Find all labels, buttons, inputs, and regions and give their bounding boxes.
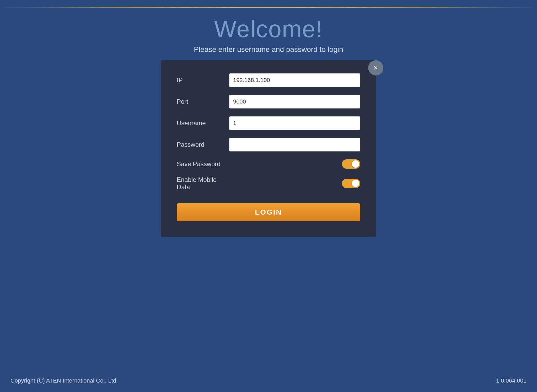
welcome-subtitle: Please enter username and password to lo… — [0, 45, 537, 54]
save-password-slider — [342, 159, 360, 169]
login-button[interactable]: LOGIN — [177, 203, 360, 221]
footer-copyright: Copyright (C) ATEN International Co., Lt… — [10, 377, 118, 384]
enable-mobile-data-row: Enable Mobile Data — [177, 176, 360, 191]
login-form-container: IP Port Username Password Save Password … — [161, 60, 376, 237]
close-button[interactable]: × — [368, 60, 383, 75]
password-row: Password — [177, 138, 360, 151]
save-password-label: Save Password — [177, 160, 229, 168]
welcome-title: Welcome! — [0, 16, 537, 43]
password-label: Password — [177, 141, 229, 148]
port-row: Port — [177, 95, 360, 108]
username-row: Username — [177, 116, 360, 130]
ip-input[interactable] — [229, 73, 360, 87]
username-label: Username — [177, 119, 229, 127]
enable-mobile-data-slider — [342, 179, 360, 188]
save-password-row: Save Password — [177, 159, 360, 169]
ip-label: IP — [177, 77, 229, 84]
enable-mobile-data-label: Enable Mobile Data — [177, 176, 229, 191]
footer-version: 1.0.064.001 — [496, 377, 527, 384]
password-input[interactable] — [229, 138, 360, 151]
save-password-spacer — [229, 159, 360, 169]
username-input[interactable] — [229, 116, 360, 130]
port-input[interactable] — [229, 95, 360, 108]
port-label: Port — [177, 98, 229, 105]
enable-mobile-data-spacer — [229, 179, 360, 188]
top-decorative-line — [0, 7, 537, 8]
enable-mobile-data-toggle[interactable] — [342, 179, 360, 188]
welcome-section: Welcome! Please enter username and passw… — [0, 16, 537, 54]
ip-row: IP — [177, 73, 360, 87]
save-password-toggle[interactable] — [342, 159, 360, 169]
